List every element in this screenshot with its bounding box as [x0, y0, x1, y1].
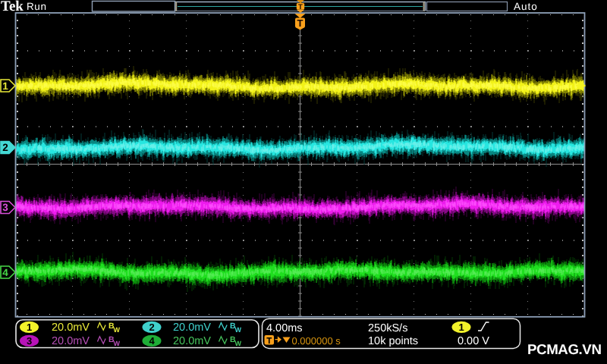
svg-text:Tek: Tek: [1, 0, 24, 14]
svg-text:250kS/s: 250kS/s: [368, 322, 407, 334]
svg-text:20.0mV: 20.0mV: [173, 322, 211, 334]
svg-text:Run: Run: [27, 1, 47, 12]
svg-text:T: T: [298, 3, 303, 11]
svg-text:10k points: 10k points: [368, 335, 418, 347]
svg-text:2: 2: [2, 142, 8, 153]
svg-text:20.0mV: 20.0mV: [173, 335, 211, 347]
svg-text:20.0mV: 20.0mV: [52, 322, 90, 334]
svg-text:1: 1: [458, 322, 464, 333]
svg-text:W: W: [114, 340, 121, 347]
svg-text:2: 2: [149, 322, 154, 333]
svg-text:3: 3: [2, 202, 8, 213]
svg-text:1: 1: [27, 322, 32, 333]
svg-text:T: T: [266, 337, 272, 346]
svg-text:4.00ms: 4.00ms: [266, 322, 303, 334]
svg-text:W: W: [235, 340, 242, 347]
svg-text:4: 4: [2, 267, 8, 278]
svg-text:T: T: [297, 17, 304, 29]
svg-text:W: W: [114, 326, 121, 334]
svg-text:PCMAG.VN: PCMAG.VN: [527, 341, 602, 357]
svg-text:1: 1: [2, 80, 8, 92]
svg-text:0.000000 s: 0.000000 s: [292, 335, 341, 347]
svg-text:20.0mV: 20.0mV: [52, 335, 90, 347]
svg-text:Auto: Auto: [514, 1, 538, 12]
svg-text:3: 3: [27, 335, 32, 347]
svg-text:4: 4: [149, 335, 155, 347]
svg-text:0.00 V: 0.00 V: [458, 335, 489, 347]
svg-text:W: W: [235, 326, 242, 334]
